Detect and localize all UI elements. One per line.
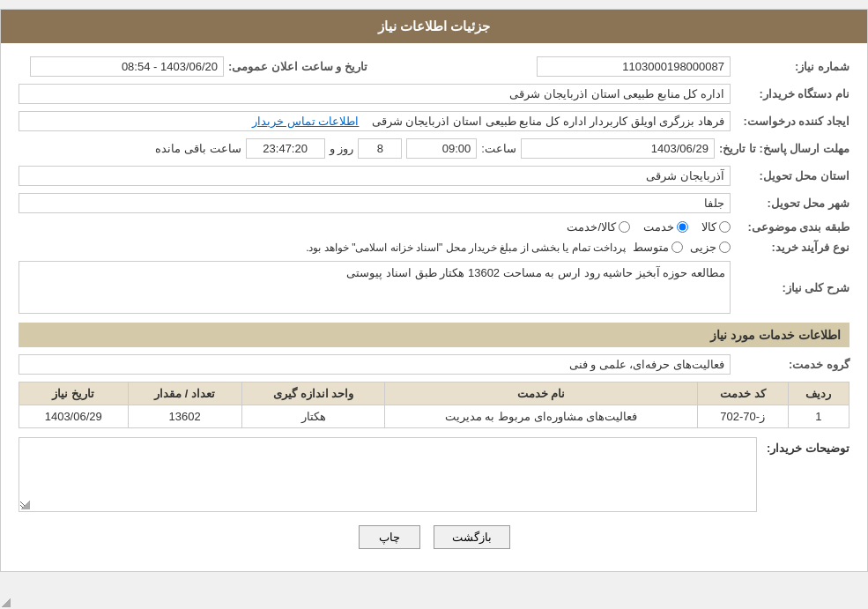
city-value: جلفا: [19, 193, 731, 213]
creator-value: فرهاد بزرگری اویلق کاربردار اداره کل منا…: [19, 111, 731, 131]
buyer-org-value: اداره کل منابع طبیعی استان اذربایجان شرق…: [19, 84, 731, 104]
col-header-unit: واحد اندازه گیری: [241, 382, 385, 405]
deadline-date: 1403/06/29: [521, 138, 715, 159]
deadline-row: مهلت ارسال پاسخ: تا تاریخ: 1403/06/29 سا…: [19, 138, 849, 159]
deadline-time-label: ساعت:: [481, 142, 516, 155]
col-header-name: نام خدمت: [385, 382, 697, 405]
buttons-row: بازگشت چاپ: [19, 525, 849, 549]
buyer-desc-textarea[interactable]: [19, 438, 756, 509]
city-row: شهر محل تحویل: جلفا: [19, 193, 849, 213]
service-group-row: گروه خدمت: فعالیت‌های حرفه‌ای، علمی و فن…: [19, 354, 849, 375]
need-number-row: شماره نیاز: 1103000198000087 تاریخ و ساع…: [19, 56, 849, 77]
category-label: طبقه بندی موضوعی:: [735, 220, 849, 234]
col-header-row: ردیف: [788, 382, 849, 405]
description-box: مطالعه حوزه آبخیز حاشیه رود ارس به مساحت…: [19, 261, 731, 314]
category-goods-service-option[interactable]: کالا/خدمت: [567, 220, 630, 234]
description-label: شرح کلی نیاز:: [735, 281, 849, 294]
buyer-desc-resize: [21, 501, 30, 509]
remaining-days: 8: [358, 138, 402, 159]
remaining-time: 23:47:20: [246, 138, 325, 159]
category-goods-option[interactable]: کالا: [701, 220, 731, 234]
creator-row: ایجاد کننده درخواست: فرهاد بزرگری اویلق …: [19, 111, 849, 131]
deadline-label: مهلت ارسال پاسخ: تا تاریخ:: [719, 142, 849, 155]
service-table: ردیف کد خدمت نام خدمت واحد اندازه گیری ت…: [19, 382, 849, 428]
back-button[interactable]: بازگشت: [434, 525, 510, 549]
purchase-type-desc: پرداخت تمام یا بخشی از مبلغ خریدار محل "…: [306, 241, 626, 254]
buyer-desc-section: توضیحات خریدار:: [19, 437, 849, 512]
contact-link[interactable]: اطلاعات تماس خریدار: [252, 115, 359, 128]
service-group-value: فعالیت‌های حرفه‌ای، علمی و فنی: [19, 354, 731, 375]
buyer-desc-box: [19, 437, 757, 512]
buyer-org-label: نام دستگاه خریدار:: [735, 87, 849, 100]
creator-label: ایجاد کننده درخواست:: [735, 115, 849, 128]
print-button[interactable]: چاپ: [359, 525, 420, 549]
col-header-code: کد خدمت: [697, 382, 788, 405]
col-header-quantity: تعداد / مقدار: [128, 382, 241, 405]
remaining-suffix: ساعت باقی مانده: [155, 142, 241, 155]
purchase-type-label: نوع فرآیند خرید:: [735, 241, 849, 254]
purchase-medium-option[interactable]: متوسط: [633, 241, 683, 254]
buyer-org-row: نام دستگاه خریدار: اداره کل منابع طبیعی …: [19, 84, 849, 104]
page-title: جزئیات اطلاعات نیاز: [1, 10, 867, 43]
need-number-value: 1103000198000087: [537, 56, 731, 77]
services-section-header: اطلاعات خدمات مورد نیاز: [19, 323, 849, 347]
service-group-label: گروه خدمت:: [735, 358, 849, 371]
table-row: 1ز-70-702فعالیت‌های مشاوره‌ای مربوط به م…: [19, 405, 849, 428]
announce-label: تاریخ و ساعت اعلان عمومی:: [228, 60, 367, 73]
description-row: شرح کلی نیاز: مطالعه حوزه آبخیز حاشیه رو…: [19, 261, 849, 314]
category-service-option[interactable]: خدمت: [643, 220, 688, 234]
city-label: شهر محل تحویل:: [735, 197, 849, 210]
purchase-type-options: جزیی متوسط پرداخت تمام یا بخشی از مبلغ خ…: [306, 241, 731, 254]
announce-value: 1403/06/20 - 08:54: [30, 56, 224, 77]
purchase-partial-option[interactable]: جزیی: [690, 241, 731, 254]
remaining-days-label: روز و: [330, 142, 354, 155]
province-label: استان محل تحویل:: [735, 169, 849, 182]
col-header-date: تاریخ نیاز: [19, 382, 129, 405]
purchase-type-row: نوع فرآیند خرید: جزیی متوسط پرداخت تمام …: [19, 241, 849, 254]
deadline-time: 09:00: [406, 138, 477, 159]
province-row: استان محل تحویل: آذربایجان شرقی: [19, 166, 849, 186]
category-row: طبقه بندی موضوعی: کالا خدمت کالا/خدمت: [19, 220, 849, 234]
province-value: آذربایجان شرقی: [19, 166, 731, 186]
buyer-desc-label: توضیحات خریدار:: [761, 437, 849, 455]
need-number-label: شماره نیاز:: [735, 60, 849, 73]
category-radio-group: کالا خدمت کالا/خدمت: [19, 220, 731, 234]
